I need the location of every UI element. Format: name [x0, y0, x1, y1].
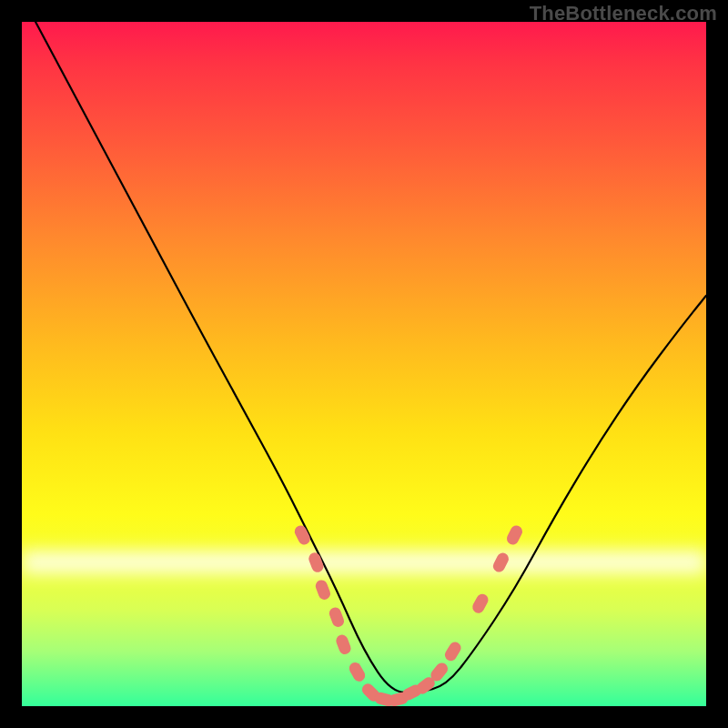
marker-blob	[314, 579, 332, 602]
marker-blob	[334, 633, 352, 656]
marker-blob	[470, 592, 490, 615]
marker-blob	[347, 661, 367, 684]
curve-path	[35, 22, 706, 693]
watermark-text: TheBottleneck.com	[530, 2, 717, 25]
chart-svg	[22, 22, 706, 706]
marker-blob	[328, 606, 346, 629]
marker-blob	[505, 523, 524, 546]
marker-blob	[443, 640, 463, 663]
